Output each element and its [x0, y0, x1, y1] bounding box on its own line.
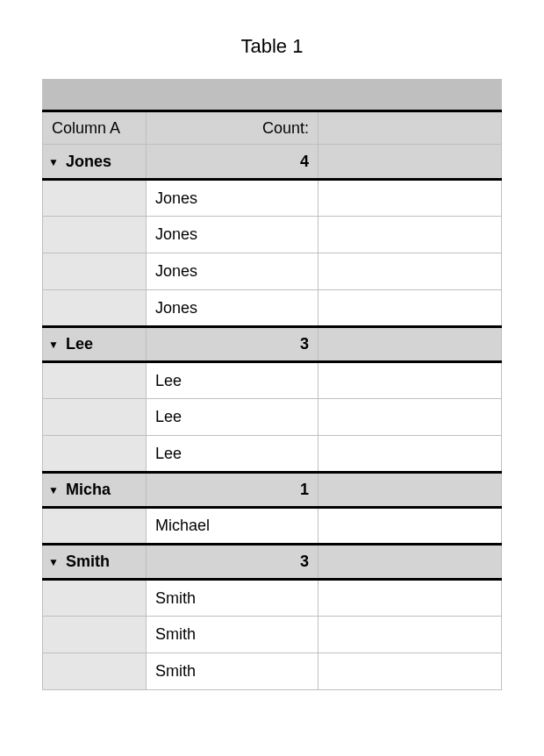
table-title: Table 1: [42, 35, 502, 58]
group-name-cell[interactable]: ▼Lee: [43, 327, 147, 362]
data-cell-a[interactable]: [43, 290, 147, 327]
table-row: Jones: [43, 217, 502, 253]
data-cell-a[interactable]: [43, 617, 147, 653]
disclosure-triangle-icon[interactable]: ▼: [48, 556, 59, 568]
group-name-label: Lee: [66, 335, 93, 353]
data-cell-a[interactable]: [43, 217, 147, 253]
topbar-cell: [147, 80, 319, 111]
group-count-cell: 3: [147, 545, 319, 580]
data-cell-c[interactable]: [319, 508, 502, 545]
data-cell-c[interactable]: [319, 290, 502, 327]
table-row: Jones: [43, 180, 502, 217]
group-name-label: Smith: [66, 553, 110, 570]
data-cell-c[interactable]: [319, 436, 502, 473]
header-count-label: Count:: [147, 111, 319, 145]
disclosure-triangle-icon[interactable]: ▼: [48, 339, 59, 351]
table-row: Smith: [43, 580, 502, 617]
data-cell-b[interactable]: Smith: [147, 617, 319, 653]
data-cell-a[interactable]: [43, 253, 147, 290]
table-row: Lee: [43, 362, 502, 399]
topbar-cell: [319, 80, 502, 111]
data-cell-a[interactable]: [43, 508, 147, 545]
data-cell-b[interactable]: Jones: [147, 180, 319, 217]
data-cell-c[interactable]: [319, 617, 502, 653]
data-cell-c[interactable]: [319, 180, 502, 217]
data-cell-b[interactable]: Michael: [147, 508, 319, 545]
table-row: Michael: [43, 508, 502, 545]
data-table: Column A Count: ▼Jones4JonesJonesJonesJo…: [42, 79, 502, 690]
group-name-label: Micha: [66, 481, 111, 498]
group-count-cell: 3: [147, 327, 319, 362]
header-column-c: [319, 111, 502, 145]
table-header-row: Column A Count:: [43, 111, 502, 145]
data-cell-b[interactable]: Smith: [147, 580, 319, 617]
data-cell-c[interactable]: [319, 580, 502, 617]
group-empty-cell: [319, 145, 502, 180]
group-row[interactable]: ▼Micha1: [43, 473, 502, 508]
group-name-cell[interactable]: ▼Smith: [43, 545, 147, 580]
group-count-cell: 4: [147, 145, 319, 180]
table-top-bar: [43, 80, 502, 111]
data-cell-a[interactable]: [43, 436, 147, 473]
data-cell-a[interactable]: [43, 580, 147, 617]
table-row: Lee: [43, 399, 502, 436]
data-cell-c[interactable]: [319, 362, 502, 399]
disclosure-triangle-icon[interactable]: ▼: [48, 156, 59, 168]
group-count-cell: 1: [147, 473, 319, 508]
group-name-label: Jones: [66, 153, 111, 170]
data-cell-a[interactable]: [43, 362, 147, 399]
data-cell-c[interactable]: [319, 653, 502, 690]
table-row: Smith: [43, 653, 502, 690]
table-row: Smith: [43, 617, 502, 653]
table-row: Lee: [43, 436, 502, 473]
data-cell-a[interactable]: [43, 653, 147, 690]
group-row[interactable]: ▼Smith3: [43, 545, 502, 580]
table-row: Jones: [43, 253, 502, 290]
group-name-cell[interactable]: ▼Micha: [43, 473, 147, 508]
disclosure-triangle-icon[interactable]: ▼: [48, 484, 59, 496]
data-cell-b[interactable]: Jones: [147, 290, 319, 327]
data-cell-b[interactable]: Jones: [147, 253, 319, 290]
data-cell-c[interactable]: [319, 399, 502, 436]
data-cell-a[interactable]: [43, 180, 147, 217]
table-row: Jones: [43, 290, 502, 327]
group-empty-cell: [319, 545, 502, 580]
header-column-a: Column A: [43, 111, 147, 145]
data-cell-a[interactable]: [43, 399, 147, 436]
data-cell-c[interactable]: [319, 253, 502, 290]
topbar-cell: [43, 80, 147, 111]
group-empty-cell: [319, 473, 502, 508]
data-cell-b[interactable]: Lee: [147, 436, 319, 473]
group-row[interactable]: ▼Jones4: [43, 145, 502, 180]
group-name-cell[interactable]: ▼Jones: [43, 145, 147, 180]
group-row[interactable]: ▼Lee3: [43, 327, 502, 362]
data-cell-b[interactable]: Smith: [147, 653, 319, 690]
group-empty-cell: [319, 327, 502, 362]
data-cell-c[interactable]: [319, 217, 502, 253]
data-cell-b[interactable]: Lee: [147, 399, 319, 436]
data-cell-b[interactable]: Jones: [147, 217, 319, 253]
data-cell-b[interactable]: Lee: [147, 362, 319, 399]
